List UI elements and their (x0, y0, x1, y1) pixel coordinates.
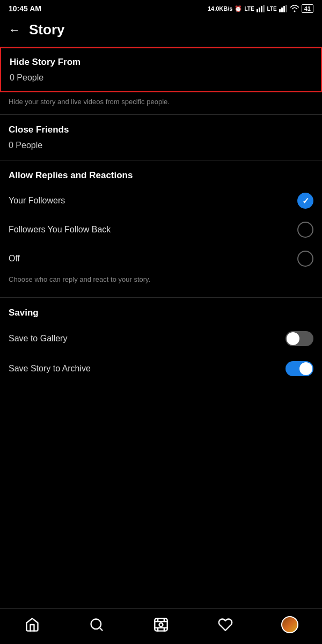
replies-option-followback[interactable]: Followers You Follow Back (9, 215, 313, 244)
replies-option-followers-radio[interactable] (297, 193, 313, 209)
heart-icon (218, 617, 233, 632)
allow-replies-description: Choose who can reply and react to your s… (9, 273, 313, 288)
status-bar: 10:45 AM 14.0KB/s ⏰ LTE LTE (0, 0, 322, 15)
svg-rect-3 (263, 5, 265, 12)
replies-option-off-label: Off (9, 254, 20, 264)
svg-rect-0 (257, 9, 258, 12)
hide-story-count: 0 People (10, 73, 312, 83)
wifi-icon (290, 5, 299, 12)
svg-rect-5 (281, 8, 283, 12)
svg-rect-6 (283, 6, 285, 12)
close-friends-title: Close Friends (9, 125, 313, 135)
replies-option-followers-label: Your Followers (9, 196, 65, 206)
save-story-archive-label: Save Story to Archive (9, 364, 91, 374)
nav-search[interactable] (86, 614, 107, 635)
hide-story-description: Hide your story and live videos from spe… (0, 92, 322, 114)
status-icons: 14.0KB/s ⏰ LTE LTE (208, 4, 313, 13)
save-story-archive-item: Save Story to Archive (9, 354, 313, 384)
bottom-nav (0, 608, 322, 644)
svg-point-11 (159, 623, 163, 627)
clock-icon: ⏰ (235, 5, 242, 12)
profile-avatar (281, 616, 298, 633)
save-to-gallery-toggle[interactable] (286, 331, 313, 346)
signal-icon-1 (257, 5, 265, 12)
reels-icon (153, 617, 169, 632)
battery-icon: 41 (302, 4, 313, 13)
svg-rect-2 (261, 6, 262, 12)
network-speed: 14.0KB/s (208, 5, 232, 12)
replies-option-followback-radio[interactable] (297, 222, 313, 238)
svg-line-9 (99, 627, 102, 630)
nav-home[interactable] (21, 614, 43, 635)
nav-profile[interactable] (279, 614, 301, 635)
hide-story-title: Hide Story From (10, 57, 312, 68)
search-icon (89, 617, 104, 632)
lte-icon: LTE (244, 6, 254, 12)
saving-title: Saving (9, 308, 313, 318)
nav-heart[interactable] (215, 614, 236, 635)
save-to-gallery-label: Save to Gallery (9, 334, 67, 343)
close-friends-count: 0 People (9, 141, 313, 150)
save-to-gallery-knob (287, 332, 299, 345)
allow-replies-section: Allow Replies and Reactions Your Followe… (0, 160, 322, 297)
home-icon (25, 617, 40, 632)
close-friends-section[interactable]: Close Friends 0 People (0, 115, 322, 160)
saving-section: Saving Save to Gallery Save Story to Arc… (0, 298, 322, 393)
lte-icon-2: LTE (267, 6, 277, 12)
signal-icon-2 (279, 5, 288, 12)
replies-option-off-radio[interactable] (297, 251, 313, 267)
replies-option-followback-label: Followers You Follow Back (9, 225, 111, 235)
save-story-archive-knob (299, 362, 312, 375)
allow-replies-title: Allow Replies and Reactions (9, 170, 313, 181)
hide-story-section[interactable]: Hide Story From 0 People (0, 47, 322, 92)
save-story-archive-toggle[interactable] (286, 361, 313, 376)
svg-rect-7 (286, 5, 287, 12)
svg-rect-10 (155, 618, 167, 631)
svg-rect-4 (279, 9, 281, 12)
replies-option-off[interactable]: Off (9, 244, 313, 273)
replies-option-followers[interactable]: Your Followers (9, 186, 313, 215)
back-button[interactable]: ← (9, 23, 20, 37)
svg-rect-1 (259, 8, 260, 12)
page-title: Story (29, 21, 64, 38)
status-time: 10:45 AM (9, 4, 41, 13)
page-header: ← Story (0, 15, 322, 47)
nav-reels[interactable] (150, 614, 172, 635)
save-to-gallery-item: Save to Gallery (9, 324, 313, 354)
